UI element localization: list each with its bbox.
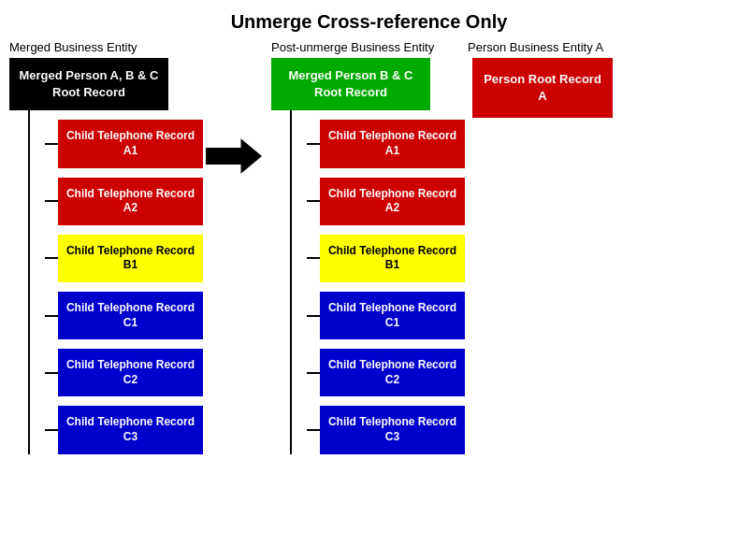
middle-child-a1: Child Telephone Record A1 [320,120,465,167]
list-item: Child Telephone Record B1 [45,235,203,282]
middle-root-record: Merged Person B & C Root Record [271,58,430,110]
middle-child-c3: Child Telephone Record C3 [320,406,465,453]
right-arrow-icon [206,133,262,179]
left-child-c2: Child Telephone Record C2 [58,349,203,396]
middle-tree: Child Telephone Record A1 Child Telephon… [290,110,465,453]
list-item: Child Telephone Record A1 [307,120,465,167]
left-child-b1: Child Telephone Record B1 [58,235,203,282]
middle-child-a2: Child Telephone Record A2 [320,178,465,225]
list-item: Child Telephone Record C1 [307,292,465,339]
middle-entity-column: Merged Person B & C Root Record Child Te… [271,58,458,454]
left-entity-column: Merged Person A, B & C Root Record Child… [9,58,196,454]
list-item: Child Telephone Record C2 [45,349,203,396]
list-item: Child Telephone Record A1 [45,120,203,167]
left-column-header: Merged Business Entity [9,40,196,54]
middle-child-c1: Child Telephone Record C1 [320,292,465,339]
middle-column-header: Post-unmerge Business Entity [271,40,458,54]
middle-child-b1: Child Telephone Record B1 [320,235,465,282]
left-tree: Child Telephone Record A1 Child Telephon… [28,110,203,453]
list-item: Child Telephone Record A2 [45,178,203,225]
svg-marker-0 [206,138,262,174]
left-child-a2: Child Telephone Record A2 [58,178,203,225]
page-title: Unmerge Cross-reference Only [0,0,738,40]
list-item: Child Telephone Record C1 [45,292,203,339]
left-child-a1: Child Telephone Record A1 [58,120,203,167]
arrow-section [196,58,271,179]
middle-child-c2: Child Telephone Record C2 [320,349,465,396]
list-item: Child Telephone Record A2 [307,178,465,225]
list-item: Child Telephone Record C3 [307,406,465,453]
right-entity-column: Person Root Record A [468,58,617,118]
left-child-c3: Child Telephone Record C3 [58,406,203,453]
right-column-header: Person Business Entity A [468,40,627,54]
left-root-record: Merged Person A, B & C Root Record [9,58,168,110]
left-child-c1: Child Telephone Record C1 [58,292,203,339]
right-root-record: Person Root Record A [472,58,613,118]
list-item: Child Telephone Record C2 [307,349,465,396]
list-item: Child Telephone Record C3 [45,406,203,453]
list-item: Child Telephone Record B1 [307,235,465,282]
